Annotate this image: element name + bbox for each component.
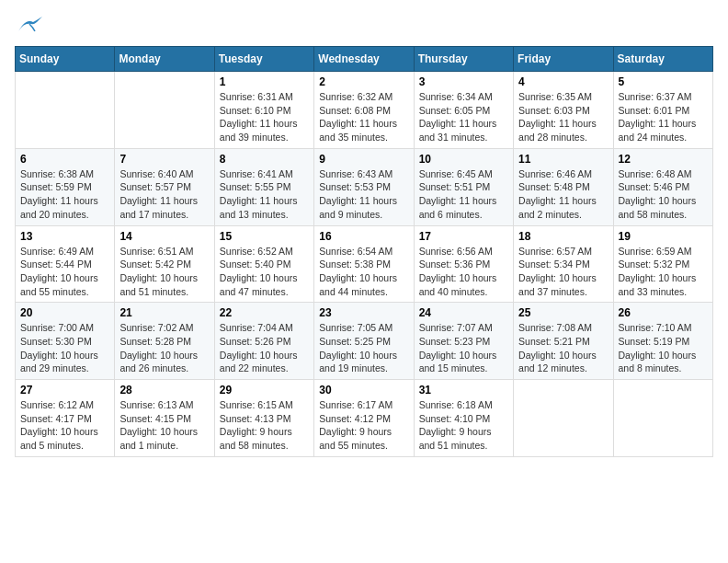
page-header xyxy=(15,15,713,35)
calendar-cell: 24Sunrise: 7:07 AM Sunset: 5:23 PM Dayli… xyxy=(414,303,513,380)
day-number: 12 xyxy=(619,153,708,166)
calendar-week-row: 1Sunrise: 6:31 AM Sunset: 6:10 PM Daylig… xyxy=(16,72,713,149)
calendar-cell: 3Sunrise: 6:34 AM Sunset: 6:05 PM Daylig… xyxy=(414,72,513,149)
day-number: 24 xyxy=(419,306,508,319)
calendar-cell: 26Sunrise: 7:10 AM Sunset: 5:19 PM Dayli… xyxy=(613,303,712,380)
day-number: 9 xyxy=(319,153,408,166)
day-number: 16 xyxy=(319,230,408,243)
day-number: 29 xyxy=(220,384,309,396)
calendar-cell: 23Sunrise: 7:05 AM Sunset: 5:25 PM Dayli… xyxy=(314,303,414,380)
calendar-cell xyxy=(16,72,115,149)
calendar-cell: 6Sunrise: 6:38 AM Sunset: 5:59 PM Daylig… xyxy=(16,148,115,225)
day-info: Sunrise: 6:35 AM Sunset: 6:03 PM Dayligh… xyxy=(518,90,608,144)
day-info: Sunrise: 7:10 AM Sunset: 5:19 PM Dayligh… xyxy=(619,321,708,375)
weekday-header-friday: Friday xyxy=(514,47,613,72)
calendar-cell: 22Sunrise: 7:04 AM Sunset: 5:26 PM Dayli… xyxy=(214,303,313,380)
calendar-cell: 1Sunrise: 6:31 AM Sunset: 6:10 PM Daylig… xyxy=(214,72,313,149)
day-number: 18 xyxy=(518,230,608,243)
calendar-cell: 21Sunrise: 7:02 AM Sunset: 5:28 PM Dayli… xyxy=(115,303,214,380)
day-info: Sunrise: 6:13 AM Sunset: 4:15 PM Dayligh… xyxy=(119,398,209,453)
day-info: Sunrise: 6:12 AM Sunset: 4:17 PM Dayligh… xyxy=(20,398,109,453)
day-number: 10 xyxy=(419,153,508,166)
calendar-cell: 12Sunrise: 6:48 AM Sunset: 5:46 PM Dayli… xyxy=(613,148,712,225)
calendar-cell: 13Sunrise: 6:49 AM Sunset: 5:44 PM Dayli… xyxy=(16,225,115,303)
calendar-week-row: 13Sunrise: 6:49 AM Sunset: 5:44 PM Dayli… xyxy=(16,225,713,303)
calendar-cell: 20Sunrise: 7:00 AM Sunset: 5:30 PM Dayli… xyxy=(16,303,115,380)
day-info: Sunrise: 6:41 AM Sunset: 5:55 PM Dayligh… xyxy=(220,167,309,222)
day-info: Sunrise: 6:32 AM Sunset: 6:08 PM Dayligh… xyxy=(319,90,408,144)
day-number: 20 xyxy=(20,306,109,319)
day-number: 21 xyxy=(119,306,209,319)
day-number: 22 xyxy=(220,306,309,319)
day-info: Sunrise: 7:00 AM Sunset: 5:30 PM Dayligh… xyxy=(20,321,109,375)
weekday-header-monday: Monday xyxy=(115,47,214,72)
calendar-cell: 19Sunrise: 6:59 AM Sunset: 5:32 PM Dayli… xyxy=(613,225,712,303)
day-info: Sunrise: 6:59 AM Sunset: 5:32 PM Dayligh… xyxy=(619,245,708,299)
calendar-cell: 14Sunrise: 6:51 AM Sunset: 5:42 PM Dayli… xyxy=(115,225,214,303)
day-number: 5 xyxy=(619,75,708,88)
day-number: 3 xyxy=(419,75,508,88)
day-info: Sunrise: 6:34 AM Sunset: 6:05 PM Dayligh… xyxy=(419,90,508,144)
calendar-week-row: 6Sunrise: 6:38 AM Sunset: 5:59 PM Daylig… xyxy=(16,148,713,225)
calendar-cell: 10Sunrise: 6:45 AM Sunset: 5:51 PM Dayli… xyxy=(414,148,513,225)
calendar-table: SundayMondayTuesdayWednesdayThursdayFrid… xyxy=(15,46,713,457)
calendar-cell: 25Sunrise: 7:08 AM Sunset: 5:21 PM Dayli… xyxy=(514,303,613,380)
day-info: Sunrise: 7:04 AM Sunset: 5:26 PM Dayligh… xyxy=(220,321,309,375)
day-number: 30 xyxy=(319,384,408,396)
day-number: 14 xyxy=(119,230,209,243)
day-number: 2 xyxy=(319,75,408,88)
calendar-cell: 2Sunrise: 6:32 AM Sunset: 6:08 PM Daylig… xyxy=(314,72,414,149)
calendar-cell: 16Sunrise: 6:54 AM Sunset: 5:38 PM Dayli… xyxy=(314,225,414,303)
day-number: 31 xyxy=(419,384,508,396)
calendar-cell: 30Sunrise: 6:17 AM Sunset: 4:12 PM Dayli… xyxy=(314,380,414,457)
day-number: 15 xyxy=(220,230,309,243)
day-number: 8 xyxy=(220,153,309,166)
calendar-cell: 11Sunrise: 6:46 AM Sunset: 5:48 PM Dayli… xyxy=(514,148,613,225)
logo-bird-icon xyxy=(17,15,42,35)
day-number: 4 xyxy=(518,75,608,88)
day-info: Sunrise: 6:51 AM Sunset: 5:42 PM Dayligh… xyxy=(119,245,209,299)
calendar-cell: 27Sunrise: 6:12 AM Sunset: 4:17 PM Dayli… xyxy=(16,380,115,457)
day-info: Sunrise: 6:57 AM Sunset: 5:34 PM Dayligh… xyxy=(518,245,608,299)
day-info: Sunrise: 7:08 AM Sunset: 5:21 PM Dayligh… xyxy=(518,321,608,375)
calendar-header-row: SundayMondayTuesdayWednesdayThursdayFrid… xyxy=(16,47,713,72)
calendar-cell: 28Sunrise: 6:13 AM Sunset: 4:15 PM Dayli… xyxy=(115,380,214,457)
day-info: Sunrise: 6:37 AM Sunset: 6:01 PM Dayligh… xyxy=(619,90,708,144)
calendar-cell: 17Sunrise: 6:56 AM Sunset: 5:36 PM Dayli… xyxy=(414,225,513,303)
day-number: 11 xyxy=(518,153,608,166)
day-number: 23 xyxy=(319,306,408,319)
weekday-header-sunday: Sunday xyxy=(16,47,115,72)
calendar-week-row: 27Sunrise: 6:12 AM Sunset: 4:17 PM Dayli… xyxy=(16,380,713,457)
day-info: Sunrise: 6:48 AM Sunset: 5:46 PM Dayligh… xyxy=(619,167,708,222)
day-number: 1 xyxy=(220,75,309,88)
day-number: 27 xyxy=(20,384,109,396)
day-info: Sunrise: 6:54 AM Sunset: 5:38 PM Dayligh… xyxy=(319,245,408,299)
calendar-cell: 15Sunrise: 6:52 AM Sunset: 5:40 PM Dayli… xyxy=(214,225,313,303)
day-number: 25 xyxy=(518,306,608,319)
day-info: Sunrise: 6:18 AM Sunset: 4:10 PM Dayligh… xyxy=(419,398,508,453)
calendar-cell xyxy=(115,72,214,149)
day-info: Sunrise: 6:43 AM Sunset: 5:53 PM Dayligh… xyxy=(319,167,408,222)
weekday-header-saturday: Saturday xyxy=(613,47,712,72)
day-number: 7 xyxy=(119,153,209,166)
logo xyxy=(15,15,42,35)
day-number: 19 xyxy=(619,230,708,243)
day-info: Sunrise: 6:52 AM Sunset: 5:40 PM Dayligh… xyxy=(220,245,309,299)
day-info: Sunrise: 6:15 AM Sunset: 4:13 PM Dayligh… xyxy=(220,398,309,453)
day-info: Sunrise: 7:05 AM Sunset: 5:25 PM Dayligh… xyxy=(319,321,408,375)
day-info: Sunrise: 6:45 AM Sunset: 5:51 PM Dayligh… xyxy=(419,167,508,222)
calendar-cell: 9Sunrise: 6:43 AM Sunset: 5:53 PM Daylig… xyxy=(314,148,414,225)
weekday-header-wednesday: Wednesday xyxy=(314,47,414,72)
calendar-cell: 18Sunrise: 6:57 AM Sunset: 5:34 PM Dayli… xyxy=(514,225,613,303)
day-info: Sunrise: 6:49 AM Sunset: 5:44 PM Dayligh… xyxy=(20,245,109,299)
calendar-week-row: 20Sunrise: 7:00 AM Sunset: 5:30 PM Dayli… xyxy=(16,303,713,380)
day-number: 28 xyxy=(119,384,209,396)
day-info: Sunrise: 7:07 AM Sunset: 5:23 PM Dayligh… xyxy=(419,321,508,375)
calendar-cell: 8Sunrise: 6:41 AM Sunset: 5:55 PM Daylig… xyxy=(214,148,313,225)
day-number: 6 xyxy=(20,153,109,166)
calendar-cell: 31Sunrise: 6:18 AM Sunset: 4:10 PM Dayli… xyxy=(414,380,513,457)
calendar-cell: 5Sunrise: 6:37 AM Sunset: 6:01 PM Daylig… xyxy=(613,72,712,149)
calendar-cell xyxy=(613,380,712,457)
day-number: 17 xyxy=(419,230,508,243)
weekday-header-tuesday: Tuesday xyxy=(214,47,313,72)
